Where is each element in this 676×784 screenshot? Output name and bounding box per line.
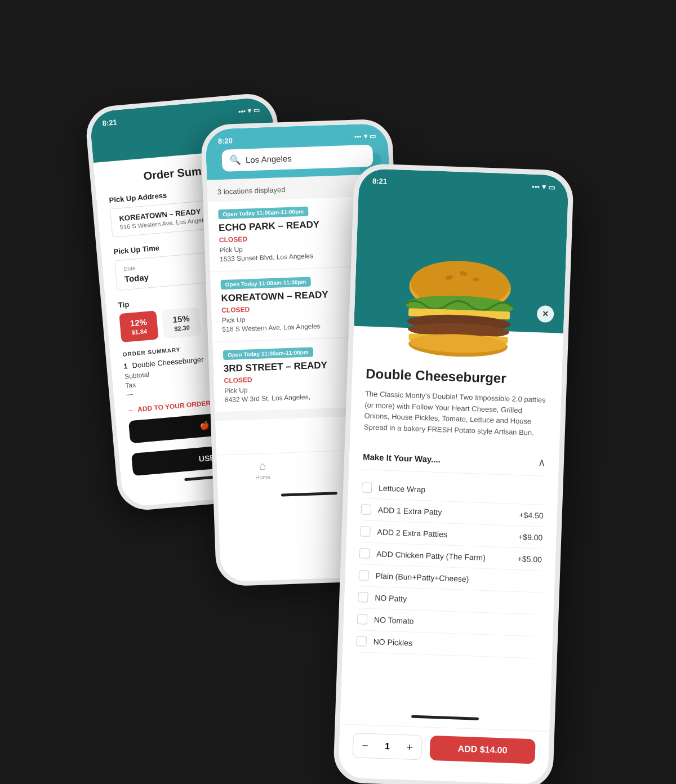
home-icon: ⌂ [259, 460, 266, 473]
option-price-3: +$5.00 [517, 554, 542, 564]
tip-option-12[interactable]: 12% $1.84 [119, 310, 158, 342]
quantity-display: 1 [377, 741, 398, 752]
option-text-0: Lettuce Wrap [379, 483, 426, 494]
customization-label: Make It Your Way.... [363, 452, 441, 464]
option-left-0: Lettuce Wrap [362, 482, 426, 495]
add-btn-label: ADD $14.00 [457, 744, 508, 755]
option-checkbox-4[interactable] [358, 570, 369, 581]
status-time-1: 8:21 [102, 118, 117, 127]
customization-header: Make It Your Way.... ∧ [362, 443, 545, 476]
search-input-text: Los Angeles [246, 154, 292, 165]
tab-home-label: Home [255, 474, 270, 480]
status-time-3: 8:21 [372, 177, 388, 186]
option-left-6: NO Tomato [357, 614, 414, 626]
tip-pct-15: 15% [172, 313, 190, 324]
burger-svg [395, 254, 523, 360]
quantity-control: − 1 + [352, 733, 422, 760]
option-text-7: NO Pickles [373, 637, 412, 647]
option-checkbox-6[interactable] [357, 614, 368, 625]
option-text-2: ADD 2 Extra Patties [377, 527, 447, 538]
tip-option-15[interactable]: 15% $2.30 [162, 307, 201, 339]
signal-icon-3: ▪▪▪ [532, 182, 540, 191]
option-left-7: NO Pickles [356, 636, 412, 648]
item-desc: The Classic Monty's Double! Two Impossib… [364, 388, 548, 438]
phone2-header: 8:20 ▪▪▪ ▾ ▭ 🔍 Los Angeles 📍 [205, 123, 389, 180]
close-button-3[interactable]: ✕ [537, 305, 554, 323]
decrease-qty-btn[interactable]: − [353, 733, 377, 758]
status-icons-3: ▪▪▪ ▾ ▭ [532, 182, 555, 191]
phone-item-detail: 8:21 ▪▪▪ ▾ ▭ ✕ [333, 163, 574, 784]
location-badge-2: Open Today 11:00am-11:00pm [223, 347, 313, 360]
option-checkbox-7[interactable] [356, 636, 367, 647]
item-name: Double Cheeseburger [366, 366, 549, 387]
search-icon: 🔍 [230, 155, 242, 166]
option-text-6: NO Tomato [374, 615, 414, 625]
option-text-5: NO Patty [375, 593, 407, 603]
option-text-3: ADD Chicken Patty (The Farm) [376, 549, 486, 562]
order-qty: 1 [123, 362, 128, 371]
option-left-1: ADD 1 Extra Patty [361, 504, 442, 517]
location-badge-1: Open Today 11:00am-11:00pm [220, 277, 310, 290]
options-list: Lettuce Wrap ADD 1 Extra Patty +$4.50 AD… [356, 476, 545, 658]
tip-amt-15: $2.30 [174, 324, 191, 332]
burger-image [395, 254, 523, 360]
status-icons-1: ▪▪▪ ▾ ▭ [238, 106, 260, 115]
option-text-1: ADD 1 Extra Patty [378, 505, 442, 516]
option-text-4: Plain (Bun+Patty+Cheese) [375, 571, 469, 583]
increase-qty-btn[interactable]: + [397, 735, 421, 759]
option-price-1: +$4.50 [519, 510, 544, 520]
battery-icon-3: ▭ [548, 183, 555, 191]
option-left-2: ADD 2 Extra Patties [360, 526, 447, 539]
tip-pct-12: 12% [130, 317, 147, 328]
option-price-2: +$9.00 [518, 532, 543, 542]
option-left-4: Plain (Bun+Patty+Cheese) [358, 570, 469, 584]
add-to-order-label: ADD TO YOUR ORDER [137, 399, 211, 413]
tab-home[interactable]: ⌂ Home [217, 458, 309, 483]
search-bar[interactable]: 🔍 Los Angeles [221, 145, 373, 172]
wifi-icon: ▾ [247, 106, 251, 114]
option-left-5: NO Patty [358, 592, 407, 604]
back-arrow-icon: ← [127, 406, 135, 414]
option-left-3: ADD Chicken Patty (The Farm) [359, 548, 486, 563]
phone3-header: 8:21 ▪▪▪ ▾ ▭ ✕ [354, 168, 569, 333]
wifi-icon-3: ▾ [542, 182, 546, 191]
option-checkbox-3[interactable] [359, 548, 370, 559]
battery-icon: ▭ [253, 106, 260, 114]
signal-icon: ▪▪▪ [238, 107, 246, 115]
option-checkbox-0[interactable] [362, 482, 372, 493]
option-checkbox-5[interactable] [358, 592, 368, 603]
phone3-content: Double Cheeseburger The Classic Monty's … [341, 326, 563, 716]
scene: 8:21 ▪▪▪ ▾ ▭ ✕ Order Summary Pick Up Add… [84, 54, 592, 730]
add-to-cart-btn[interactable]: ADD $14.00 [429, 736, 536, 764]
option-checkbox-1[interactable] [361, 504, 372, 515]
apple-icon: 🍎 [199, 421, 209, 430]
bottom-bar: − 1 + ADD $14.00 [338, 724, 549, 784]
chevron-up-icon[interactable]: ∧ [538, 456, 546, 469]
home-indicator-3 [411, 715, 479, 720]
home-indicator-2 [281, 492, 337, 496]
tip-amt-12: $1.84 [131, 328, 148, 336]
option-checkbox-2[interactable] [360, 526, 371, 537]
location-badge-0: Open Today 11:00am-11:00pm [218, 207, 308, 220]
